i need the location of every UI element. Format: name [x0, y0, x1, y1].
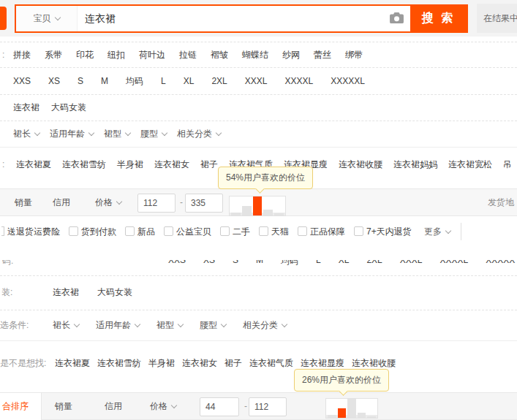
- related-search-link[interactable]: 半身裙: [148, 357, 175, 370]
- filter-dropdown-skirt-type[interactable]: 裙型: [104, 128, 130, 140]
- sort-sales[interactable]: 销量: [55, 393, 72, 420]
- style-filter-option[interactable]: 蕾丝: [314, 49, 331, 61]
- price-max-input[interactable]: [249, 397, 287, 416]
- service-filter-clipped[interactable]: 送退货运费险: [1, 226, 60, 238]
- price-min-input[interactable]: [137, 194, 176, 213]
- histogram-bar-selected[interactable]: [253, 196, 263, 215]
- sort-credit[interactable]: 信用: [105, 393, 122, 420]
- related-search-link[interactable]: 连衣裙女: [182, 357, 217, 370]
- category-filter-option[interactable]: 连衣裙: [13, 102, 39, 114]
- search-button[interactable]: 搜 索: [410, 6, 467, 31]
- size-filter-option[interactable]: 2XL: [366, 260, 382, 267]
- related-search-link[interactable]: 裙子: [224, 357, 242, 370]
- service-filter[interactable]: 正品保障: [298, 226, 345, 238]
- checkbox-icon[interactable]: [164, 226, 173, 236]
- size-filter-option[interactable]: XXS: [168, 260, 186, 267]
- size-filter-option[interactable]: XXXL: [245, 76, 268, 86]
- related-search-link[interactable]: 连衣裙女: [154, 159, 189, 171]
- category-filter-option[interactable]: 连衣裙: [53, 286, 79, 299]
- search-input[interactable]: [78, 6, 382, 31]
- related-search-link[interactable]: 半身裙: [117, 159, 143, 171]
- style-filter-option[interactable]: 系带: [45, 49, 62, 61]
- size-filter-option[interactable]: 均码: [126, 75, 143, 88]
- service-filter[interactable]: 新品: [125, 226, 155, 238]
- related-search-link[interactable]: 吊: [503, 159, 512, 171]
- filter-dropdown-age[interactable]: 适用年龄: [96, 319, 140, 332]
- price-histogram[interactable]: [325, 398, 378, 419]
- related-search-link[interactable]: 连衣裙显瘦: [301, 357, 344, 370]
- related-search-link[interactable]: 连衣裙气质: [249, 357, 293, 370]
- style-filter-option[interactable]: 拉链: [179, 49, 197, 61]
- histogram-bar[interactable]: [242, 206, 252, 215]
- sort-sales[interactable]: 销量: [15, 189, 32, 216]
- related-search-link[interactable]: 连衣裙收腰: [352, 357, 396, 370]
- size-filter-option[interactable]: XXXL: [400, 260, 423, 267]
- checkbox-icon[interactable]: [125, 226, 135, 236]
- sort-tab-comprehensive[interactable]: 合排序: [0, 393, 42, 420]
- size-filter-option[interactable]: XS: [203, 260, 215, 267]
- price-min-input[interactable]: [200, 397, 239, 416]
- size-filter-option[interactable]: M: [256, 260, 263, 267]
- related-search-link[interactable]: 连衣裙雪纺: [97, 357, 141, 370]
- sort-price[interactable]: 价格: [150, 393, 176, 420]
- filter-dropdown-related-category[interactable]: 相关分类: [177, 128, 221, 140]
- service-filter[interactable]: 7+天内退货: [354, 226, 412, 238]
- histogram-bar[interactable]: [274, 213, 284, 215]
- filter-dropdown-skirt-length[interactable]: 裙长: [53, 319, 79, 332]
- style-filter-option[interactable]: 褶皱: [211, 49, 228, 61]
- image-search-button[interactable]: [382, 6, 410, 31]
- style-filter-option[interactable]: 拼接: [13, 49, 31, 61]
- size-filter-option[interactable]: 2XL: [211, 76, 227, 86]
- size-filter-option[interactable]: 均码: [281, 260, 298, 267]
- size-filter-option[interactable]: XXXXL: [439, 260, 468, 267]
- checkbox-icon[interactable]: [259, 226, 268, 236]
- histogram-bar[interactable]: [263, 210, 273, 215]
- category-filter-option[interactable]: 大码女装: [97, 286, 132, 299]
- histogram-bar[interactable]: [358, 413, 366, 418]
- price-max-input[interactable]: [185, 194, 223, 213]
- related-search-link[interactable]: 连衣裙宽松: [448, 159, 492, 171]
- style-filter-option[interactable]: 印花: [76, 49, 94, 61]
- price-histogram[interactable]: [229, 196, 286, 216]
- service-filter[interactable]: 天猫: [259, 226, 289, 238]
- style-filter-option[interactable]: 纱网: [282, 49, 300, 61]
- style-filter-option[interactable]: 纽扣: [107, 49, 125, 61]
- ship-from-filter[interactable]: 发货地: [488, 189, 514, 216]
- histogram-bar[interactable]: [347, 399, 356, 418]
- related-search-link[interactable]: 连衣裙雪纺: [62, 159, 106, 171]
- checkbox-icon[interactable]: [298, 226, 307, 236]
- checkbox-icon[interactable]: [220, 226, 230, 236]
- search-category-dropdown[interactable]: 宝贝: [16, 6, 78, 31]
- service-filter[interactable]: 货到付款: [69, 226, 116, 238]
- size-filter-option[interactable]: XL: [339, 260, 350, 267]
- size-filter-option[interactable]: XL: [184, 76, 195, 86]
- filter-dropdown-waist[interactable]: 腰型: [200, 319, 226, 332]
- checkbox-icon[interactable]: [354, 226, 363, 236]
- filter-dropdown-waist[interactable]: 腰型: [140, 128, 167, 140]
- size-filter-option[interactable]: S: [78, 76, 83, 86]
- filter-dropdown-skirt-type[interactable]: 裙型: [156, 319, 183, 332]
- category-filter-option[interactable]: 大码女装: [51, 102, 86, 114]
- filter-dropdown-related-category[interactable]: 相关分类: [243, 319, 287, 332]
- filter-dropdown-age[interactable]: 适用年龄: [50, 128, 94, 140]
- filter-dropdown-skirt-length[interactable]: 裙长: [13, 128, 39, 140]
- service-filter[interactable]: 二手: [220, 226, 250, 238]
- style-filter-option[interactable]: 绑带: [345, 49, 363, 61]
- related-search-link[interactable]: 连衣裙夏: [55, 357, 90, 370]
- service-filter[interactable]: 公益宝贝: [164, 226, 211, 238]
- size-filter-option[interactable]: S: [233, 260, 238, 267]
- size-filter-option[interactable]: L: [316, 260, 321, 267]
- style-filter-option[interactable]: 荷叶边: [139, 49, 165, 61]
- related-search-link[interactable]: 连衣裙妈妈: [393, 159, 437, 171]
- size-filter-option[interactable]: M: [101, 76, 108, 86]
- size-filter-option[interactable]: XS: [48, 76, 60, 86]
- search-in-results-option[interactable]: 在结果中: [477, 4, 517, 33]
- more-filters-button[interactable]: 更多: [424, 216, 450, 247]
- related-search-link[interactable]: 连衣裙夏: [16, 159, 51, 171]
- size-filter-option[interactable]: XXXXX: [486, 260, 515, 267]
- histogram-bar[interactable]: [231, 213, 241, 215]
- size-filter-option[interactable]: XXS: [13, 76, 31, 86]
- size-filter-option[interactable]: XXXXXL: [331, 76, 365, 86]
- sort-price[interactable]: 价格: [95, 189, 121, 216]
- related-search-link[interactable]: 裙子: [200, 159, 218, 171]
